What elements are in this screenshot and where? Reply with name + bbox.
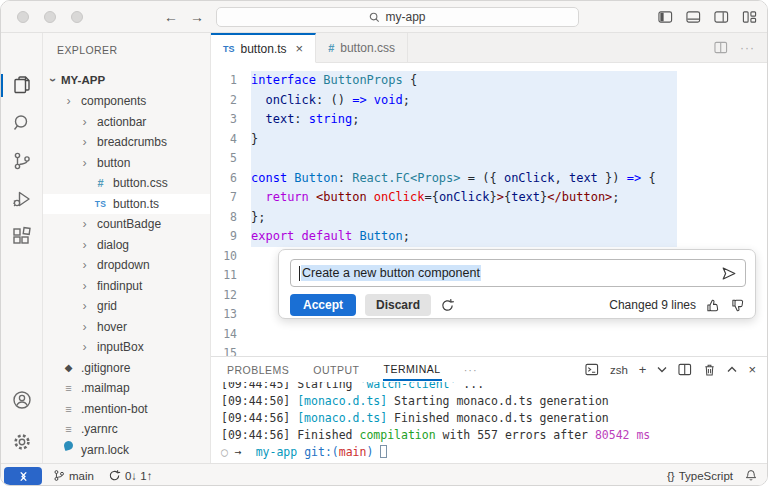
account-icon[interactable] [11,389,33,411]
forward-arrow-icon[interactable]: → [190,8,204,26]
code-line-7[interactable]: 7 return <button onClick={onClick}>{text… [211,188,768,208]
toggle-primary-sidebar-icon[interactable] [658,10,673,24]
tab-terminal[interactable]: TERMINAL [383,358,442,381]
line-number: 15 [211,344,251,356]
tree-item-mailmap[interactable]: ≡.mailmap [43,378,210,399]
code-line-9[interactable]: 9export default Button; [211,227,768,247]
code-line-4[interactable]: 4} [211,130,768,150]
accept-button[interactable]: Accept [290,294,356,316]
close-window-button[interactable] [17,11,29,23]
tree-item-button-ts[interactable]: TSbutton.ts [43,194,210,215]
tab-button-css[interactable]: # button.css [316,33,408,63]
back-arrow-icon[interactable]: ← [164,8,178,26]
regenerate-icon[interactable] [440,298,455,313]
command-center-label: my-app [385,10,425,24]
tree-item-dropdown[interactable]: ›dropdown [43,255,210,276]
sync-indicator[interactable]: 0↓ 1↑ [108,469,153,482]
inline-chat-input[interactable]: Create a new button component [290,259,746,287]
chevron-right-icon: › [77,135,92,149]
maximize-panel-icon[interactable] [727,366,737,373]
inline-chat-input-text: Create a new button component [301,265,481,281]
extensions-icon[interactable] [11,226,33,248]
toggle-secondary-sidebar-icon[interactable] [714,10,729,24]
tree-item-yarn-lock[interactable]: yarn.lock [43,440,210,461]
thumbs-down-icon[interactable] [731,298,746,313]
tab-button-ts[interactable]: TS button.ts × [211,33,316,63]
code-line-3[interactable]: 3 text: string; [211,110,768,130]
more-panel-tabs-icon[interactable]: ··· [464,364,478,376]
remote-icon [17,471,30,482]
terminal-output[interactable]: [09:44:45] Starting 'watch-client' ...[0… [211,382,768,464]
tree-item-countBadge[interactable]: ›countBadge [43,214,210,235]
tree-item-label: .yarnrc [81,422,118,436]
customize-layout-icon[interactable] [742,10,757,24]
search-icon[interactable] [11,112,33,134]
toggle-panel-icon[interactable] [686,10,701,24]
command-center[interactable]: my-app [216,7,579,27]
more-actions-icon[interactable]: ··· [740,41,755,55]
tree-item-inputBox[interactable]: ›inputBox [43,337,210,358]
settings-gear-icon[interactable] [11,431,33,453]
tree-item-breadcrumbs[interactable]: ›breadcrumbs [43,132,210,153]
line-number: 6 [211,169,251,189]
chevron-down-icon[interactable] [657,366,667,373]
split-terminal-icon[interactable] [678,363,692,376]
tree-item-label: button [97,156,130,170]
code-line-2[interactable]: 2 onClick: () => void; [211,91,768,111]
tree-item-grid[interactable]: ›grid [43,296,210,317]
zoom-window-button[interactable] [71,11,83,23]
tree-item-findinput[interactable]: ›findinput [43,276,210,297]
tree-item-label: inputBox [97,340,144,354]
text-caret [299,266,300,281]
chevron-right-icon: › [61,94,76,108]
code-text: const Button: React.FC<Props> = ({ onCli… [251,169,656,189]
notifications-bell-icon[interactable] [745,469,757,482]
kill-terminal-icon[interactable] [703,363,716,377]
tree-item-label: button.css [113,176,168,190]
tree-item-label: hover [97,320,127,334]
tree-item-hover[interactable]: ›hover [43,317,210,338]
branch-label: main [69,470,94,482]
code-line-15[interactable]: 15 [211,344,768,356]
tree-item-label: yarn.lock [81,443,129,457]
code-line-6[interactable]: 6const Button: React.FC<Props> = ({ onCl… [211,169,768,189]
tree-item-actionbar[interactable]: ›actionbar [43,112,210,133]
tree-root-my-app[interactable]: › MY-APP [43,69,210,90]
close-tab-icon[interactable]: × [296,41,304,56]
line-number: 4 [211,130,251,150]
tree-item-button-css[interactable]: #button.css [43,173,210,194]
tree-item-dialog[interactable]: ›dialog [43,235,210,256]
line-number: 7 [211,188,251,208]
terminal-cursor [380,445,387,458]
code-line-1[interactable]: 1interface ButtonProps { [211,71,768,91]
tab-output[interactable]: OUTPUT [312,359,360,380]
send-button[interactable] [721,266,737,281]
run-and-debug-icon[interactable] [11,188,33,210]
code-line-8[interactable]: 8}; [211,208,768,228]
minimize-window-button[interactable] [44,11,56,23]
remote-indicator[interactable] [4,467,42,485]
tree-item-mention-bot[interactable]: ≡.mention-bot [43,399,210,420]
thumbs-up-icon[interactable] [706,298,721,313]
root-folder-label: MY-APP [61,74,105,86]
language-indicator[interactable]: {} TypeScript [667,470,733,482]
new-terminal-icon[interactable]: + [639,363,647,376]
close-panel-icon[interactable]: × [748,363,756,376]
split-editor-icon[interactable] [714,41,728,54]
tree-item-button[interactable]: ›button [43,153,210,174]
code-line-5[interactable]: 5 [211,149,768,169]
code-text: export default Button; [251,227,410,247]
shell-label: zsh [610,364,628,376]
line-number: 5 [211,149,251,169]
tree-item-components[interactable]: ›components [43,91,210,112]
source-control-icon[interactable] [11,150,33,172]
branch-indicator[interactable]: main [53,469,94,482]
tree-item-gitignore[interactable]: ◆.gitignore [43,358,210,379]
code-line-14[interactable]: 14 [211,325,768,345]
explorer-icon[interactable] [11,74,33,96]
tab-problems[interactable]: PROBLEMS [226,359,290,380]
line-number: 14 [211,325,251,345]
discard-button[interactable]: Discard [365,294,431,316]
tree-item-yarnrc[interactable]: ≡.yarnrc [43,419,210,440]
terminal-line: [09:44:56] Finished compilation with 557… [221,427,768,444]
